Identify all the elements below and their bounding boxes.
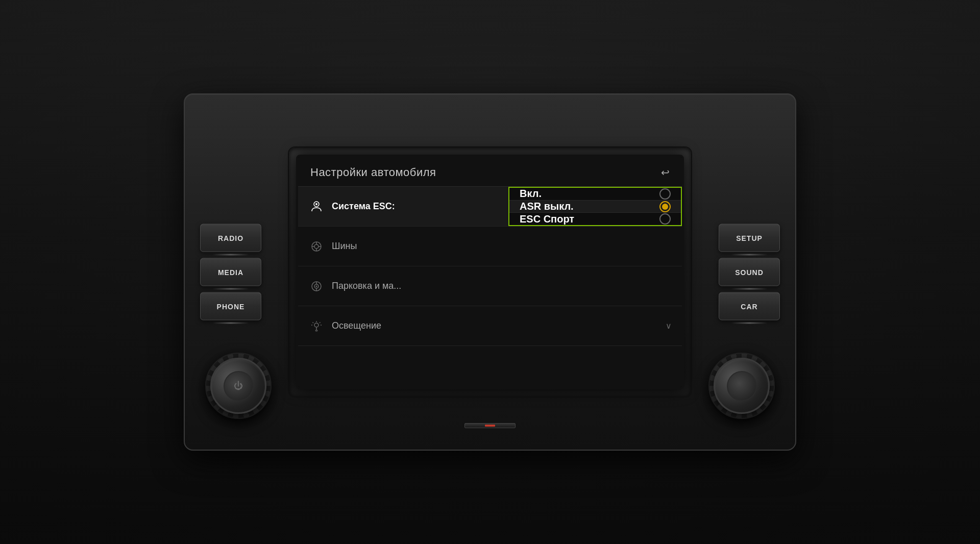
screen: Настройки автомобиля ↩ (298, 157, 682, 387)
lighting-icon (308, 318, 325, 334)
screen-container: Настройки автомобиля ↩ (296, 155, 684, 389)
tires-label: Шины (332, 241, 672, 252)
usb-slot-area (464, 423, 516, 428)
esc-icon (308, 199, 325, 215)
left-knob-area: ⏻ (205, 353, 272, 419)
lighting-label: Освещение (332, 320, 666, 331)
right-knob[interactable] (708, 353, 775, 419)
power-icon: ⏻ (234, 381, 243, 391)
lighting-chevron: ∨ (666, 321, 672, 331)
esc-sport-label: ESC Спорт (520, 213, 574, 225)
left-button-group: RADIO MEDIA PHONE (200, 224, 261, 320)
screen-bottom (298, 367, 682, 387)
vkl-label: Вкл. (520, 188, 542, 200)
submenu-overlay: Вкл. ASR выкл. ESC Спорт (508, 187, 682, 226)
svg-point-1 (315, 203, 317, 205)
screen-content: Система ESC: Вкл. ASR выкл. (298, 187, 682, 367)
svg-line-16 (313, 322, 314, 323)
media-button[interactable]: MEDIA (200, 258, 261, 286)
setup-button[interactable]: SETUP (719, 224, 780, 252)
right-knob-area (708, 353, 775, 419)
phone-button[interactable]: PHONE (200, 292, 261, 320)
back-button[interactable]: ↩ (661, 166, 670, 179)
menu-item-esc[interactable]: Система ESC: Вкл. ASR выкл. (298, 187, 682, 227)
vkl-radio (659, 188, 671, 200)
usb-slot (464, 423, 516, 428)
left-knob-inner: ⏻ (210, 358, 266, 414)
screen-header: Настройки автомобиля ↩ (298, 157, 682, 187)
parking-label: Парковка и ма... (332, 281, 672, 291)
right-button-group: SETUP SOUND CAR (719, 224, 780, 320)
radio-button[interactable]: RADIO (200, 224, 261, 252)
tires-icon (308, 238, 325, 255)
submenu-item-asr[interactable]: ASR выкл. (509, 201, 681, 213)
asr-radio (659, 201, 671, 212)
head-unit: RADIO MEDIA PHONE Настройки автомобиля ↩ (184, 93, 796, 451)
screen-title: Настройки автомобиля (310, 166, 436, 179)
submenu-item-esc-sport[interactable]: ESC Спорт (509, 213, 681, 225)
sound-button[interactable]: SOUND (719, 258, 780, 286)
svg-point-3 (314, 244, 318, 249)
submenu-item-vkl[interactable]: Вкл. (509, 188, 681, 201)
svg-point-13 (314, 323, 318, 327)
svg-line-17 (320, 322, 321, 323)
parking-icon (308, 278, 325, 294)
asr-label: ASR выкл. (520, 201, 574, 212)
car-button[interactable]: CAR (719, 292, 780, 320)
left-knob[interactable]: ⏻ (205, 353, 272, 419)
menu-item-parking[interactable]: Парковка и ма... (298, 266, 682, 306)
menu-item-lighting[interactable]: Освещение ∨ (298, 306, 682, 346)
car-interior: RADIO MEDIA PHONE Настройки автомобиля ↩ (0, 0, 980, 544)
menu-item-tires[interactable]: Шины (298, 227, 682, 266)
esc-sport-radio (659, 213, 671, 225)
svg-point-10 (316, 285, 317, 287)
screen-frame: Настройки автомобиля ↩ (289, 147, 691, 397)
right-knob-inner (714, 358, 770, 414)
